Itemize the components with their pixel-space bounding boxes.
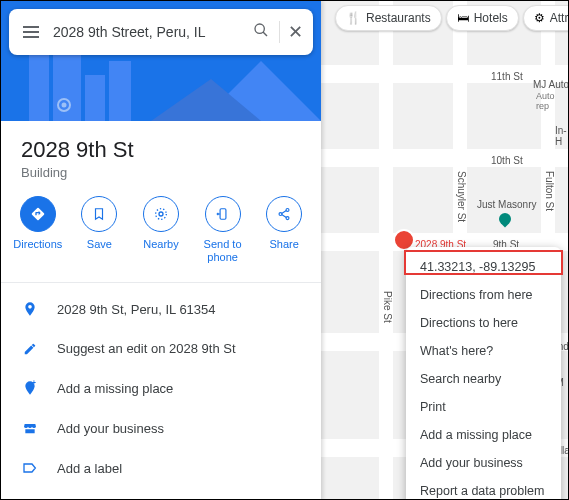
filter-restaurants-label: Restaurants — [366, 11, 431, 25]
save-button[interactable]: Save — [70, 196, 128, 264]
svg-rect-13 — [220, 209, 226, 220]
address-row[interactable]: 2028 9th St, Peru, IL 61354 — [1, 289, 321, 329]
storefront-icon — [21, 420, 39, 436]
pencil-icon — [21, 342, 39, 356]
context-report-problem[interactable]: Report a data problem — [406, 477, 561, 500]
svg-text:+: + — [32, 380, 36, 386]
filter-hotels-label: Hotels — [474, 11, 508, 25]
context-print[interactable]: Print — [406, 393, 561, 421]
svg-rect-6 — [109, 61, 131, 121]
poi-mj-auto[interactable]: MJ Auto — [533, 79, 569, 90]
title-area: 2028 9th St Building — [1, 121, 321, 188]
map-context-menu: 41.33213, -89.13295 Directions from here… — [406, 247, 561, 500]
add-label-row[interactable]: Add a label — [1, 448, 321, 488]
street-schuyler: Schuyler St — [456, 171, 467, 222]
svg-point-11 — [159, 212, 163, 216]
suggest-edit-text: Suggest an edit on 2028 9th St — [57, 341, 236, 356]
svg-line-1 — [263, 32, 267, 36]
close-icon[interactable]: ✕ — [279, 21, 303, 43]
filter-attractions[interactable]: ⚙Attractions — [523, 5, 569, 31]
street-11th: 11th St — [491, 71, 523, 82]
app-frame: 11th St 10th St 9th St 2028 9th St Pike … — [0, 0, 569, 500]
search-icon[interactable] — [253, 22, 269, 42]
restaurants-icon: 🍴 — [346, 11, 361, 25]
label-icon — [21, 460, 39, 476]
filter-restaurants[interactable]: 🍴Restaurants — [335, 5, 442, 31]
filter-hotels[interactable]: 🛏Hotels — [446, 5, 519, 31]
street-pike: Pike St — [382, 291, 393, 323]
poi-just-masonry[interactable]: Just Masonry — [477, 199, 536, 210]
nearby-button[interactable]: Nearby — [132, 196, 190, 264]
poi-mj-auto-sub: Auto rep — [536, 91, 569, 111]
svg-line-18 — [282, 215, 287, 218]
action-row: Directions Save Nearby Send to phone Sha… — [1, 188, 321, 283]
street-fulton: Fulton St — [544, 171, 555, 211]
add-missing-text: Add a missing place — [57, 381, 173, 396]
context-add-missing[interactable]: Add a missing place — [406, 421, 561, 449]
save-label: Save — [87, 238, 112, 251]
context-whats-here[interactable]: What's here? — [406, 337, 561, 365]
send-label: Send to phone — [194, 238, 252, 264]
context-add-business[interactable]: Add your business — [406, 449, 561, 477]
add-missing-place-row[interactable]: + Add a missing place — [1, 368, 321, 408]
send-to-phone-button[interactable]: Send to phone — [194, 196, 252, 264]
filter-attractions-label: Attractions — [550, 11, 569, 25]
add-business-text: Add your business — [57, 421, 164, 436]
svg-point-12 — [156, 209, 167, 220]
directions-label: Directions — [13, 238, 62, 251]
add-label-text: Add a label — [57, 461, 122, 476]
context-coords[interactable]: 41.33213, -89.13295 — [406, 253, 561, 281]
suggest-edit-row[interactable]: Suggest an edit on 2028 9th St — [1, 329, 321, 368]
add-business-row[interactable]: Add your business — [1, 408, 321, 448]
hotels-icon: 🛏 — [457, 11, 469, 25]
svg-line-17 — [282, 211, 287, 214]
menu-icon[interactable] — [19, 22, 43, 42]
svg-point-0 — [255, 24, 264, 33]
place-sidebar: ✕ 2028 9th St Building Directions — [1, 1, 321, 500]
address-text: 2028 9th St, Peru, IL 61354 — [57, 302, 216, 317]
details-list: 2028 9th St, Peru, IL 61354 Suggest an e… — [1, 283, 321, 494]
street-10th: 10th St — [491, 155, 523, 166]
quick-filters: 🍴Restaurants 🛏Hotels ⚙Attractions — [335, 5, 569, 31]
svg-point-10 — [62, 103, 67, 108]
svg-rect-5 — [85, 75, 105, 121]
location-pin-icon — [21, 301, 39, 317]
attractions-icon: ⚙ — [534, 11, 545, 25]
poi-inh[interactable]: In-H — [555, 125, 569, 147]
share-label: Share — [269, 238, 298, 251]
add-place-icon: + — [21, 380, 39, 396]
context-search-nearby[interactable]: Search nearby — [406, 365, 561, 393]
place-title: 2028 9th St — [21, 137, 301, 163]
context-directions-from[interactable]: Directions from here — [406, 281, 561, 309]
poi-pin-icon[interactable] — [497, 211, 514, 228]
search-bar: ✕ — [9, 9, 313, 55]
nearby-label: Nearby — [143, 238, 178, 251]
share-button[interactable]: Share — [255, 196, 313, 264]
svg-rect-2 — [29, 55, 49, 121]
place-type: Building — [21, 165, 301, 180]
context-directions-to[interactable]: Directions to here — [406, 309, 561, 337]
directions-button[interactable]: Directions — [9, 196, 67, 264]
search-input[interactable] — [53, 24, 243, 40]
